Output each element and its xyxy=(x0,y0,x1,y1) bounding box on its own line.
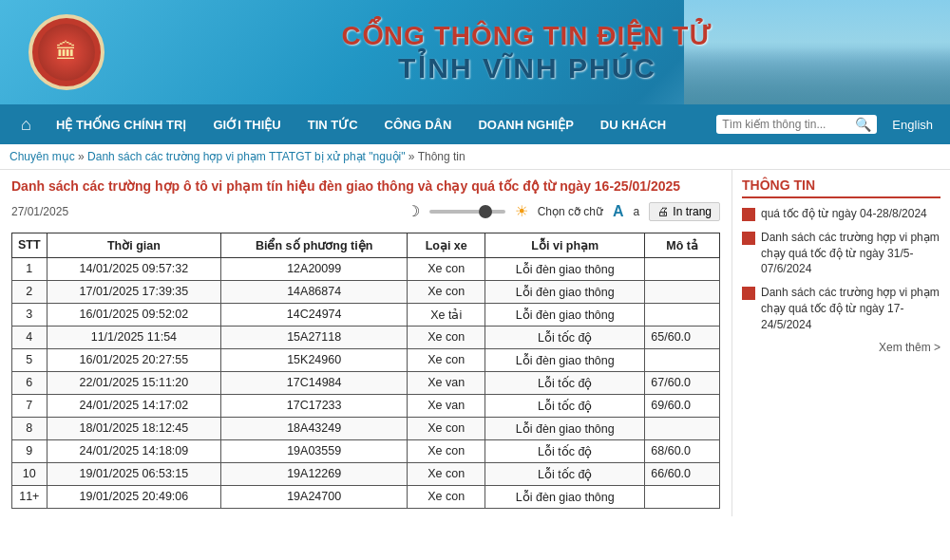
sidebar-item[interactable]: quá tốc độ từ ngày 04-28/8/2024 xyxy=(742,206,940,222)
col-time: Thời gian xyxy=(47,233,221,257)
sidebar: THÔNG TIN quá tốc độ từ ngày 04-28/8/202… xyxy=(732,170,950,516)
table-row: 217/01/2025 17:39:3514A86874Xe conLỗi đè… xyxy=(12,280,720,303)
moon-icon: ☽ xyxy=(407,202,420,220)
violations-table: STT Thời gian Biển số phương tiện Loại x… xyxy=(11,233,720,509)
table-row: 516/01/2025 20:27:5515K24960Xe conLỗi đè… xyxy=(12,348,720,371)
print-label: In trang xyxy=(673,205,712,218)
sidebar-title: THÔNG TIN xyxy=(742,177,940,198)
main-area: Danh sách các trường hợp ô tô vi phạm tí… xyxy=(0,170,950,516)
font-size-small-button[interactable]: a xyxy=(634,205,640,218)
sidebar-item-text: Danh sách các trường hợp vi phạm chạy qu… xyxy=(761,285,940,332)
nav-item-cong-dan[interactable]: CÔNG DÂN xyxy=(371,104,466,144)
site-logo: 🏛 xyxy=(28,14,104,90)
sidebar-item[interactable]: Danh sách các trường hợp vi phạm chạy qu… xyxy=(742,285,940,332)
breadcrumb: Chuyên mục » Danh sách các trường hợp vi… xyxy=(0,144,950,170)
slider-thumb xyxy=(479,205,492,218)
col-type: Loại xe xyxy=(408,233,485,257)
page-header: 🏛 CỔNG THÔNG TIN ĐIỆN TỬ TỈNH VĨNH PHÚC xyxy=(0,0,950,104)
home-button[interactable]: ⌂ xyxy=(10,115,43,135)
main-content: Danh sách các trường hợp ô tô vi phạm tí… xyxy=(0,170,732,516)
breadcrumb-sep2: » xyxy=(408,150,418,163)
breadcrumb-part2[interactable]: Danh sách các trường hợp vi phạm TTATGT … xyxy=(87,150,405,163)
sidebar-item-icon xyxy=(742,287,755,300)
logo-emblem: 🏛 xyxy=(38,24,95,81)
sun-icon: ☀ xyxy=(515,202,528,220)
table-row: 818/01/2025 18:12:4518A43249Xe conLỗi đè… xyxy=(12,417,720,439)
nav-item-he-thong[interactable]: HỆ THỐNG CHÍNH TRỊ xyxy=(43,104,200,144)
article-date: 27/01/2025 xyxy=(11,205,68,218)
font-controls: ☽ ☀ Chọn cỡ chữ A a 🖨 In trang xyxy=(407,202,720,221)
sidebar-item-text: Danh sách các trường hợp vi phạm chạy qu… xyxy=(761,230,940,277)
sidebar-more-link[interactable]: Xem thêm > xyxy=(742,341,940,354)
table-row: 622/01/2025 15:11:2017C14984Xe vanLỗi tố… xyxy=(12,371,720,394)
search-box[interactable]: 🔍 xyxy=(716,115,877,134)
search-input[interactable] xyxy=(722,118,855,131)
sidebar-item[interactable]: Danh sách các trường hợp vi phạm chạy qu… xyxy=(742,230,940,277)
table-row: 114/01/2025 09:57:3212A20099Xe conLỗi đè… xyxy=(12,257,720,280)
col-stt: STT xyxy=(12,233,48,257)
print-icon: 🖨 xyxy=(657,205,669,218)
nav-item-doanh-nghiep[interactable]: DOANH NGHIỆP xyxy=(465,104,586,144)
site-title-line1: CỔNG THÔNG TIN ĐIỆN TỬ xyxy=(104,20,950,51)
brightness-slider[interactable] xyxy=(429,210,505,214)
sidebar-item-icon xyxy=(742,232,755,245)
breadcrumb-sep1: » xyxy=(78,150,87,163)
col-desc: Mô tả xyxy=(645,233,720,257)
table-row: 724/01/2025 14:17:0217C17233Xe vanLỗi tố… xyxy=(12,394,720,417)
site-title: CỔNG THÔNG TIN ĐIỆN TỬ TỈNH VĨNH PHÚC xyxy=(104,20,950,84)
site-title-line2: TỈNH VĨNH PHÚC xyxy=(104,51,950,84)
nav-item-du-khach[interactable]: DU KHÁCH xyxy=(587,104,679,144)
table-row: 316/01/2025 09:52:0214C24974Xe tảiLỗi đè… xyxy=(12,303,720,326)
sidebar-item-text: quá tốc độ từ ngày 04-28/8/2024 xyxy=(761,206,927,222)
sidebar-items: quá tốc độ từ ngày 04-28/8/2024Danh sách… xyxy=(742,206,940,333)
article-title: Danh sách các trường hợp ô tô vi phạm tí… xyxy=(11,177,720,196)
col-violation: Lỗi vi phạm xyxy=(485,233,645,257)
table-row: 1019/01/2025 06:53:1519A12269Xe conLỗi t… xyxy=(12,462,720,485)
sidebar-item-icon xyxy=(742,208,755,221)
navbar: ⌂ HỆ THỐNG CHÍNH TRỊ GIỚI THIỆU TIN TỨC … xyxy=(0,104,950,144)
table-row: 924/01/2025 14:18:0919A03559Xe conLỗi tố… xyxy=(12,439,720,462)
print-button[interactable]: 🖨 In trang xyxy=(649,202,720,221)
font-size-large-button[interactable]: A xyxy=(613,203,624,220)
breadcrumb-part1[interactable]: Chuyên mục xyxy=(10,150,75,163)
breadcrumb-part3: Thông tin xyxy=(418,150,466,163)
search-icon[interactable]: 🔍 xyxy=(855,117,871,132)
table-row: 11+19/01/2025 20:49:0619A24700Xe conLỗi … xyxy=(12,485,720,508)
col-plate: Biển số phương tiện xyxy=(221,233,408,257)
table-row: 411/1/2025 11:5415A27118Xe conLỗi tốc độ… xyxy=(12,326,720,348)
nav-item-tin-tuc[interactable]: TIN TỨC xyxy=(294,104,371,144)
nav-item-gioi-thieu[interactable]: GIỚI THIỆU xyxy=(200,104,294,144)
choose-font-label: Chọn cỡ chữ xyxy=(538,205,603,218)
nav-items: HỆ THỐNG CHÍNH TRỊ GIỚI THIỆU TIN TỨC CÔ… xyxy=(43,104,716,144)
language-switcher[interactable]: English xyxy=(884,118,940,132)
